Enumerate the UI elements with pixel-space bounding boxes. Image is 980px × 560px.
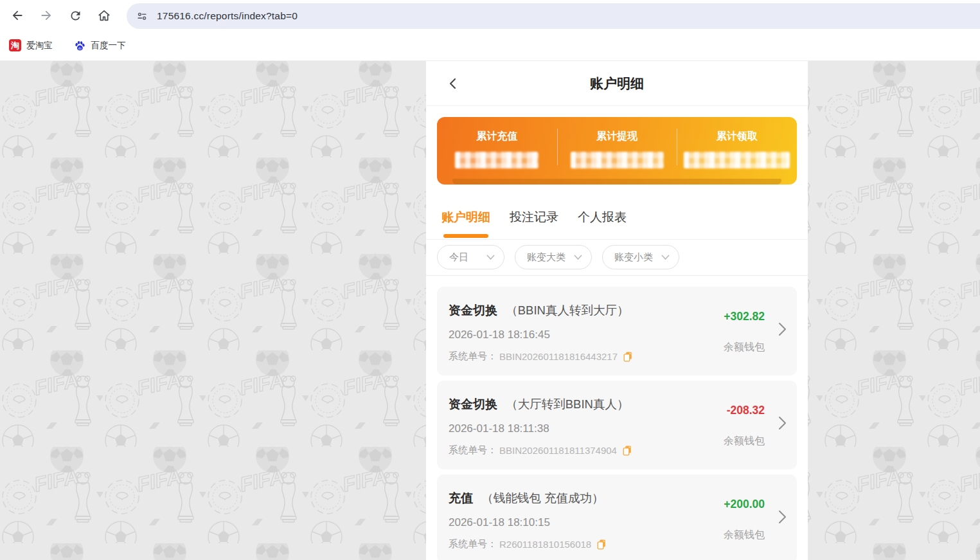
summary-divider: [557, 129, 558, 165]
transaction-wallet: 余额钱包: [724, 435, 765, 448]
transaction-amount-block: -208.32 余额钱包: [724, 404, 765, 448]
tab-account-detail[interactable]: 账户明细: [441, 209, 490, 239]
tab-label: 账户明细: [441, 210, 490, 224]
transaction-wallet: 余额钱包: [724, 528, 765, 542]
browser-reload-button[interactable]: [67, 7, 84, 24]
browser-toolbar: 175616.cc/reports/index?tab=0: [0, 0, 980, 30]
baidu-paw-icon: du: [73, 39, 86, 52]
redacted-value: [455, 152, 539, 168]
address-bar[interactable]: 175616.cc/reports/index?tab=0: [127, 3, 980, 29]
transaction-amount-block: +200.00 余额钱包: [724, 498, 765, 542]
browser-home-button[interactable]: [96, 7, 112, 24]
bookmarks-bar: 淘 爱淘宝 du 百度一下: [0, 30, 980, 61]
transaction-type: 资金切换: [449, 303, 497, 317]
transaction-list: 资金切换 （BBIN真人转到大厅） 2026-01-18 18:16:45 系统…: [426, 276, 808, 560]
chevron-down-icon: [486, 255, 495, 260]
filter-subcategory-dropdown[interactable]: 账变小类: [602, 245, 679, 269]
page-back-button[interactable]: [444, 75, 462, 93]
filter-label: 账变小类: [614, 251, 653, 264]
summary-total-deposit: 累计充值: [437, 117, 557, 185]
order-number-value: R2601181810156018: [499, 539, 591, 550]
chevron-left-icon: [447, 78, 459, 89]
tab-personal-report[interactable]: 个人报表: [578, 209, 627, 239]
transaction-type: 资金切换: [449, 397, 497, 411]
order-number-label: 系统单号：: [449, 444, 497, 456]
order-number-value: BBIN202601181816443217: [499, 351, 618, 362]
tab-label: 投注记录: [510, 210, 558, 224]
svg-text:du: du: [78, 46, 82, 50]
panel-header: 账户明细: [426, 61, 808, 106]
filter-label: 账变大类: [527, 251, 566, 264]
transaction-subtitle: （BBIN真人转到大厅）: [506, 303, 628, 317]
copy-icon[interactable]: [623, 351, 633, 362]
url-text[interactable]: 175616.cc/reports/index?tab=0: [157, 10, 298, 22]
tabs-bar: 账户明细 投注记录 个人报表: [426, 196, 808, 240]
transaction-card[interactable]: 资金切换 （大厅转到BBIN真人） 2026-01-18 18:11:38 系统…: [437, 381, 797, 469]
active-tab-underline: [443, 234, 488, 238]
transaction-amount: -208.32: [724, 404, 765, 417]
filter-label: 今日: [449, 251, 468, 264]
redacted-value: [684, 152, 790, 168]
summary-total-claimed: 累计领取: [677, 117, 797, 185]
transaction-subtitle: （大厅转到BBIN真人）: [506, 397, 628, 411]
transaction-card[interactable]: 资金切换 （BBIN真人转到大厅） 2026-01-18 18:16:45 系统…: [437, 287, 797, 375]
tab-label: 个人报表: [578, 210, 627, 224]
browser-forward-button[interactable]: [38, 7, 55, 24]
browser-back-button[interactable]: [9, 7, 26, 24]
chevron-right-icon[interactable]: [778, 415, 787, 431]
reload-icon: [69, 9, 82, 23]
transaction-subtitle: （钱能钱包 充值成功）: [481, 491, 603, 505]
filter-date-dropdown[interactable]: 今日: [437, 245, 504, 269]
order-number-label: 系统单号：: [449, 538, 497, 550]
page-background: FIFA: [0, 61, 980, 560]
chevron-right-icon[interactable]: [778, 321, 787, 337]
tab-bet-records[interactable]: 投注记录: [510, 209, 558, 239]
back-arrow-icon: [10, 8, 24, 23]
summary-footer-strip: [452, 179, 781, 185]
site-settings-icon[interactable]: [135, 9, 149, 23]
redacted-value: [571, 152, 664, 168]
chevron-right-icon[interactable]: [778, 509, 787, 525]
summary-divider: [677, 129, 677, 165]
home-icon: [97, 8, 111, 23]
forward-arrow-icon: [39, 8, 53, 23]
transaction-amount: +200.00: [724, 498, 765, 511]
filter-category-dropdown[interactable]: 账变大类: [515, 245, 592, 269]
transaction-card[interactable]: 充值 （钱能钱包 充值成功） 2026-01-18 18:10:15 系统单号：…: [437, 474, 797, 560]
bookmark-label: 爱淘宝: [26, 40, 53, 51]
transaction-amount: +302.82: [724, 310, 765, 323]
bookmark-taobao[interactable]: 淘 爱淘宝: [9, 39, 53, 51]
summary-label: 累计充值: [437, 130, 557, 143]
page-title: 账户明细: [426, 61, 808, 106]
transaction-amount-block: +302.82 余额钱包: [724, 310, 765, 354]
transaction-wallet: 余额钱包: [724, 341, 765, 354]
order-number-value: BBIN202601181811374904: [499, 445, 617, 456]
summary-label: 累计领取: [677, 130, 797, 143]
order-number-label: 系统单号：: [449, 350, 497, 363]
taobao-icon: 淘: [9, 39, 21, 51]
tune-icon: [136, 10, 148, 22]
bookmark-label: 百度一下: [91, 40, 126, 51]
bookmark-baidu[interactable]: du 百度一下: [73, 39, 126, 52]
chevron-down-icon: [661, 255, 670, 260]
summary-label: 累计提现: [557, 130, 677, 143]
transaction-type: 充值: [449, 491, 473, 505]
account-detail-panel: 账户明细 累计充值 累计提现 累计领取 账户明细: [426, 61, 808, 560]
summary-card: 累计充值 累计提现 累计领取: [437, 117, 797, 185]
copy-icon[interactable]: [622, 445, 632, 456]
copy-icon[interactable]: [596, 539, 607, 550]
summary-total-withdraw: 累计提现: [557, 117, 677, 185]
chevron-down-icon: [574, 255, 582, 260]
filters-bar: 今日 账变大类 账变小类: [426, 240, 808, 276]
